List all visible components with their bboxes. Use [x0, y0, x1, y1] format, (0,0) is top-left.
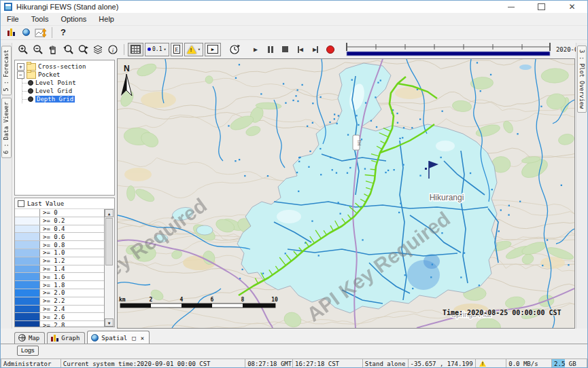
zoom-previous-button[interactable] [60, 42, 75, 57]
map-display-button[interactable] [18, 25, 33, 40]
label-toggle-button[interactable]: E [171, 43, 183, 56]
left-shortcut-strip: 5 : Forecast 6 : Data Viewer [1, 43, 12, 329]
collapse-icon[interactable]: − [17, 71, 24, 79]
tab-forecast[interactable]: 5 : Forecast [1, 45, 12, 95]
zoom-in-button[interactable] [16, 42, 31, 57]
menu-bar: File Tools Options Help [1, 13, 587, 26]
tab-map[interactable]: Map [14, 332, 45, 344]
menu-tools[interactable]: Tools [25, 15, 55, 23]
last-value-checkbox[interactable] [18, 200, 24, 207]
globe-grid-icon [18, 334, 26, 342]
thresholds-button[interactable] [3, 25, 18, 40]
legend-color-swatch [15, 217, 40, 225]
close-tab-icon[interactable]: ✕ [141, 335, 144, 342]
info-button[interactable]: i [105, 42, 120, 57]
legend-row[interactable]: >= 2.6 [15, 313, 105, 321]
status-gmt-time: 08:27:18 GMT [245, 358, 292, 368]
spatial-map-view[interactable]: API Key Required API Key Required H1 Hik… [117, 58, 575, 329]
grid-toggle-button[interactable] [128, 43, 143, 56]
legend-color-swatch [15, 321, 40, 327]
legend-row[interactable]: >= 2.2 [15, 297, 105, 306]
legend-color-swatch [15, 281, 40, 289]
skip-start-button[interactable]: ◀ [294, 43, 307, 56]
pan-button[interactable] [46, 42, 60, 57]
legend-label: >= 1.0 [40, 249, 65, 257]
zoom-in-icon [18, 44, 29, 55]
legend-row[interactable]: >= 1.8 [15, 281, 105, 289]
close-button[interactable]: ✕ [557, 1, 587, 13]
layers-button[interactable] [90, 42, 105, 57]
timeseries-dialog-button[interactable] [33, 25, 48, 40]
bar-chart-icon [7, 29, 15, 36]
legend-color-swatch [15, 225, 40, 233]
legend-row[interactable]: >= 2.0 [15, 289, 105, 297]
legend-panel: Last Value >= 0>= 0.2>= 0.4>= 0.6>= 0.8>… [14, 198, 115, 327]
app-icon [4, 3, 12, 11]
expand-icon[interactable]: + [17, 63, 24, 71]
menu-help[interactable]: Help [92, 15, 120, 23]
zoom-next-button[interactable] [75, 42, 90, 57]
scroll-up-icon[interactable]: ▲ [105, 209, 114, 217]
legend-row[interactable]: >= 0.8 [15, 241, 105, 249]
status-memory: 2.5 GB [551, 358, 587, 368]
play-button[interactable]: ▶ [249, 43, 262, 56]
thresholds-warning-dropdown[interactable]: ▾ [184, 43, 203, 56]
legend-row[interactable]: >= 0.6 [15, 233, 105, 241]
legend-row[interactable]: >= 1.6 [15, 273, 105, 281]
scroll-thumb[interactable] [105, 218, 113, 265]
skip-end-button[interactable]: ▶ [309, 43, 322, 56]
clock-icon [229, 43, 241, 55]
undock-icon[interactable]: □ [132, 335, 135, 342]
tree-node-level-grid[interactable]: Level Grid [22, 87, 114, 95]
logs-button[interactable]: Logs [17, 346, 39, 356]
status-system-time: Current system time:2020-09-01 00:00 CST [60, 358, 245, 368]
legend-label: >= 0.4 [40, 225, 65, 233]
legend-row[interactable]: >= 1.0 [15, 249, 105, 257]
menu-options[interactable]: Options [54, 15, 92, 23]
stop-button[interactable] [279, 43, 292, 56]
legend-label: >= 1.6 [40, 273, 65, 280]
bottom-tab-bar: Map Graph Spatial □ ✕ [1, 329, 587, 344]
tree-node-pocket[interactable]: − Pocket [15, 71, 114, 79]
animation-timer-button[interactable] [228, 42, 243, 57]
legend-color-swatch [15, 297, 40, 305]
legend-row[interactable]: >= 0.2 [15, 217, 105, 225]
tab-plot-overview[interactable]: 3 : Plot Overview [577, 45, 587, 113]
help-button[interactable]: ? [56, 25, 71, 40]
tree-node-depth-grid[interactable]: Depth Grid [22, 95, 114, 103]
legend-label: >= 2.0 [40, 289, 65, 297]
legend-row[interactable]: >= 1.2 [15, 257, 105, 265]
maximize-button[interactable] [526, 1, 557, 13]
legend-row[interactable]: >= 0.4 [15, 225, 105, 234]
application-window: Hikurangi FEWS (Stand alone) ✕ File Tool… [0, 0, 588, 368]
tab-graph[interactable]: Graph [47, 332, 85, 344]
legend-row[interactable]: >= 2.8 [15, 321, 105, 327]
menu-file[interactable]: File [1, 15, 25, 23]
scroll-down-icon[interactable]: ▼ [105, 318, 114, 327]
svg-text:8: 8 [241, 297, 245, 303]
zoom-out-button[interactable] [31, 42, 46, 57]
tab-data-viewer[interactable]: 6 : Data Viewer [1, 98, 12, 158]
legend-color-swatch [15, 306, 40, 313]
tree-node-level-point[interactable]: Level Point [22, 79, 114, 87]
svg-text:i: i [112, 46, 114, 53]
folder-icon [27, 71, 36, 79]
legend-row[interactable]: >= 1.4 [15, 265, 105, 274]
contour-interval-dropdown[interactable]: 0.1 ▾ [145, 43, 169, 56]
legend-row[interactable]: >= 2.4 [15, 306, 105, 314]
time-slider[interactable] [345, 41, 552, 58]
animation-export-button[interactable]: ▶ [205, 43, 221, 56]
layers-icon [92, 44, 103, 55]
svg-text:2: 2 [150, 297, 153, 303]
legend-label: >= 1.8 [40, 281, 65, 289]
legend-scrollbar[interactable]: ▲ ▼ [104, 209, 114, 327]
minimize-button[interactable] [496, 1, 526, 13]
legend-row[interactable]: >= 0 [15, 209, 105, 217]
record-button[interactable] [324, 43, 336, 56]
bullet-icon [28, 96, 33, 102]
legend-label: >= 2.8 [40, 321, 65, 327]
label-icon: E [173, 45, 180, 54]
grid-icon [131, 45, 141, 54]
tab-spatial[interactable]: Spatial □ ✕ [87, 331, 150, 344]
pause-button[interactable] [264, 43, 277, 56]
